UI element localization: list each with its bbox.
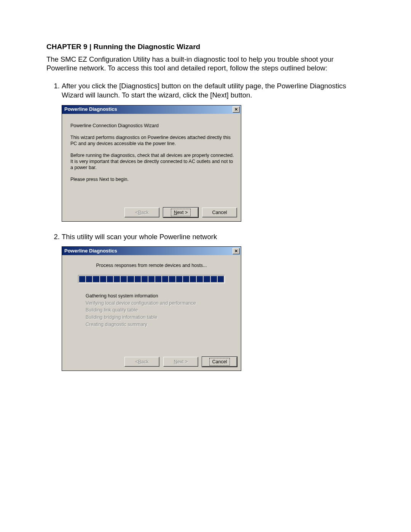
progress-segment <box>142 276 148 282</box>
next-button[interactable]: Next > <box>163 208 198 217</box>
progress-segment <box>148 276 155 282</box>
back-button: < Back <box>124 208 159 217</box>
intro-text: The SMC EZ Configuration Utility has a b… <box>46 55 365 72</box>
back-post: ack <box>141 359 148 365</box>
dialog-body: Process responses from remote devices an… <box>62 255 241 355</box>
back-u: B <box>138 359 141 365</box>
scan-task: Gathering host system information <box>86 292 236 300</box>
progress-segment <box>211 276 217 282</box>
dialog-screenshot-1: Powerline Diagnostics ✕ Powerline Connec… <box>62 105 365 222</box>
wizard-desc-2: Before running the diagnostics, check th… <box>70 153 234 171</box>
dialog-title: Powerline Diagnostics <box>64 106 117 113</box>
step-item: This utility will scan your whole Powerl… <box>62 232 365 371</box>
dialog-body: Powerline Connection Diagnostics Wizard … <box>62 114 241 205</box>
wizard-desc-1: This wizard performs diagnostics on Powe… <box>70 135 234 147</box>
dialog-titlebar: Powerline Diagnostics ✕ <box>62 247 241 255</box>
progress-segment <box>127 276 134 282</box>
dialog-title: Powerline Diagnostics <box>64 248 117 254</box>
wizard-prompt: Please press Next to begin. <box>70 177 234 183</box>
next-u: N <box>174 359 177 365</box>
scan-task: Building link quality table <box>86 307 236 314</box>
step-text: After you click the [Diagnostics] button… <box>62 82 346 99</box>
cancel-button[interactable]: Cancel <box>202 357 237 367</box>
progress-segment <box>155 276 161 282</box>
progress-segment <box>162 276 168 282</box>
dialog-button-row: < Back Next > Cancel <box>62 205 241 221</box>
progress-segment <box>183 276 189 282</box>
progress-segment <box>107 276 113 282</box>
scan-task: Building bridging information table <box>86 314 236 321</box>
powerline-diagnostics-dialog: Powerline Diagnostics ✕ Powerline Connec… <box>62 105 241 222</box>
step-item: After you click the [Diagnostics] button… <box>62 81 365 221</box>
dialog-titlebar: Powerline Diagnostics ✕ <box>62 105 241 114</box>
close-icon[interactable]: ✕ <box>233 248 240 254</box>
progress-segment <box>121 276 127 282</box>
progress-segment <box>190 276 196 282</box>
next-u: N <box>174 210 177 215</box>
powerline-diagnostics-dialog: Powerline Diagnostics ✕ Process response… <box>62 246 241 371</box>
next-post: ext > <box>177 210 188 215</box>
progress-bar <box>78 275 225 283</box>
progress-segment <box>218 276 224 282</box>
scan-status-text: Process responses from remote devices an… <box>67 263 236 269</box>
progress-segment <box>197 276 203 282</box>
dialog-button-row: < Back Next > Cancel <box>62 355 241 371</box>
back-button: < Back <box>124 357 159 367</box>
chapter-heading: CHAPTER 9 | Running the Diagnostic Wizar… <box>46 43 365 51</box>
progress-segment <box>204 276 210 282</box>
task-list: Gathering host system informationVerifyi… <box>86 292 236 328</box>
scan-task: Verifying local device configuration and… <box>86 300 236 307</box>
wizard-heading-text: Powerline Connection Diagnostics Wizard <box>70 123 234 129</box>
back-pre: < <box>135 359 138 365</box>
progress-segment <box>169 276 175 282</box>
progress-segment <box>86 276 92 282</box>
document-page: CHAPTER 9 | Running the Diagnostic Wizar… <box>0 0 411 532</box>
step-text: This utility will scan your whole Powerl… <box>62 233 217 241</box>
back-pre: < <box>135 209 138 216</box>
progress-segment <box>79 276 85 282</box>
progress-segment <box>93 276 99 282</box>
progress-segment <box>100 276 106 282</box>
back-u: B <box>138 209 141 216</box>
scan-task: Creating diagnostic summary <box>86 321 236 328</box>
steps-list: After you click the [Diagnostics] button… <box>46 81 365 371</box>
progress-segment <box>114 276 120 282</box>
close-icon[interactable]: ✕ <box>233 106 240 113</box>
cancel-label: Cancel <box>210 359 229 365</box>
back-post: ack <box>141 209 148 216</box>
next-button: Next > <box>163 357 198 367</box>
cancel-label: Cancel <box>212 209 227 216</box>
next-post: ext > <box>177 359 188 365</box>
progress-segment <box>176 276 182 282</box>
progress-segment <box>135 276 141 282</box>
cancel-button[interactable]: Cancel <box>202 208 237 217</box>
dialog-screenshot-2: Powerline Diagnostics ✕ Process response… <box>62 246 365 371</box>
